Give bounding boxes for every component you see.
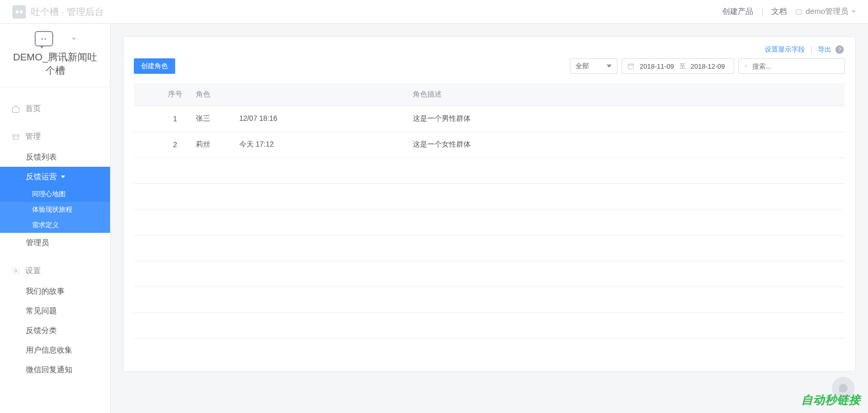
nav-feedback-list[interactable]: 反馈列表 — [0, 147, 110, 167]
nav-faq[interactable]: 常见问题 — [0, 301, 110, 321]
nav-home[interactable]: 首页 — [0, 98, 110, 119]
calendar-icon — [627, 62, 634, 70]
main-content: 设置显示字段 导出 ? 创建角色 全部 2018-11-09 — [111, 24, 868, 413]
panel-top-links: 设置显示字段 导出 ? — [765, 45, 844, 54]
project-chat-icon — [35, 31, 53, 46]
nav-manage: 管理 — [0, 125, 110, 147]
roles-table: 序号 角色 角色描述 1 张三 12/07 18:16 这是一个男性群体 — [134, 83, 845, 339]
user-menu[interactable]: demo管理员 — [795, 7, 856, 17]
table-row-empty — [134, 287, 845, 312]
logo-icon — [12, 5, 26, 19]
chevron-down-icon — [607, 65, 612, 68]
cell-desc: 这是一个男性群体 — [413, 106, 845, 132]
table-row-empty — [134, 261, 845, 287]
svg-point-1 — [798, 11, 798, 11]
table-row-empty — [134, 183, 845, 209]
topbar-brand: 吐个槽 · 管理后台 — [12, 5, 104, 19]
role-time: 12/07 18:16 — [239, 114, 277, 122]
nav-settings: 设置 — [0, 260, 110, 281]
search-input[interactable] — [752, 62, 839, 70]
nav-sub-empathy[interactable]: 同理心地图 — [0, 186, 110, 202]
nav-wechat-reply[interactable]: 微信回复通知 — [0, 360, 110, 379]
table-row-empty — [134, 235, 845, 261]
table-row[interactable]: 2 莉丝 今天 17:12 这是一个女性群体 — [134, 132, 845, 157]
date-to: 2018-12-09 — [691, 62, 725, 70]
set-fields-link[interactable]: 设置显示字段 — [765, 45, 805, 54]
role-name: 张三 — [196, 114, 227, 123]
separator: | — [762, 7, 764, 16]
divider — [811, 46, 812, 53]
svg-point-2 — [800, 11, 800, 11]
project-header: DEMO_腾讯新闻吐个槽 — [0, 24, 110, 87]
export-label: 导出 — [818, 45, 831, 53]
toolbar-filters: 全部 2018-11-09 至 2018-12-09 — [570, 58, 845, 74]
gear-icon — [11, 266, 20, 275]
nav-feedback-ops-label: 反馈运营 — [26, 172, 57, 182]
project-dropdown-icon[interactable] — [72, 38, 76, 40]
sidebar-nav: 首页 管理 反馈列表 反馈运营 同理心地图 体验现状旅程 需求定义 管理员 设置… — [0, 87, 110, 379]
create-product-link[interactable]: 创建产品 — [722, 7, 753, 17]
project-title: DEMO_腾讯新闻吐个槽 — [8, 51, 102, 77]
svg-point-3 — [14, 269, 17, 272]
chat-bubble-icon — [838, 383, 849, 394]
cell-desc: 这是一个女性群体 — [413, 132, 845, 157]
nav-user-info-collect[interactable]: 用户信息收集 — [0, 340, 110, 360]
date-separator: 至 — [679, 62, 686, 71]
user-app-icon — [795, 8, 802, 15]
floating-help-button[interactable] — [832, 377, 855, 400]
export-link[interactable]: 导出 ? — [818, 45, 844, 54]
nav-our-story[interactable]: 我们的故事 — [0, 281, 110, 301]
table-row-empty — [134, 209, 845, 235]
nav-admins[interactable]: 管理员 — [0, 233, 110, 252]
table-row[interactable]: 1 张三 12/07 18:16 这是一个男性群体 — [134, 106, 845, 132]
cell-index: 1 — [134, 106, 196, 132]
user-label: demo管理员 — [805, 7, 848, 17]
table-row-empty — [134, 312, 845, 338]
col-role: 角色 — [196, 83, 413, 106]
topbar: 吐个槽 · 管理后台 创建产品 | 文档 demo管理员 — [0, 0, 868, 24]
create-role-button[interactable]: 创建角色 — [134, 58, 175, 74]
date-from: 2018-11-09 — [640, 62, 674, 70]
nav-feedback-ops[interactable]: 反馈运营 — [0, 167, 110, 186]
chevron-down-icon — [61, 176, 65, 178]
nav-feedback-category[interactable]: 反馈分类 — [0, 321, 110, 340]
toolbar: 创建角色 全部 2018-11-09 至 2018-12-09 — [134, 58, 845, 74]
chevron-down-icon — [851, 10, 856, 13]
role-name: 莉丝 — [196, 140, 227, 149]
nav-sub-demand[interactable]: 需求定义 — [0, 217, 110, 233]
cell-role: 莉丝 今天 17:12 — [196, 132, 413, 157]
role-time: 今天 17:12 — [239, 140, 274, 148]
search-icon — [744, 62, 748, 70]
brand-text: 吐个槽 · 管理后台 — [31, 6, 104, 18]
nav-manage-label: 管理 — [25, 132, 41, 141]
col-desc: 角色描述 — [413, 83, 845, 106]
svg-rect-4 — [628, 64, 634, 69]
nav-sub-journey[interactable]: 体验现状旅程 — [0, 202, 110, 217]
filter-select[interactable]: 全部 — [570, 58, 617, 74]
sidebar: DEMO_腾讯新闻吐个槽 首页 管理 反馈列表 反馈运营 同理心地图 体验现状旅… — [0, 24, 111, 413]
table-header-row: 序号 角色 角色描述 — [134, 83, 845, 106]
content-panel: 设置显示字段 导出 ? 创建角色 全部 2018-11-09 — [123, 36, 856, 372]
cell-index: 2 — [134, 132, 196, 157]
svg-rect-0 — [796, 9, 802, 14]
nav-home-label: 首页 — [25, 104, 41, 114]
table-row-empty — [134, 157, 845, 183]
topbar-right: 创建产品 | 文档 demo管理员 — [722, 7, 856, 17]
manage-icon — [11, 132, 20, 141]
svg-point-5 — [745, 65, 747, 67]
docs-link[interactable]: 文档 — [771, 7, 787, 17]
date-range-picker[interactable]: 2018-11-09 至 2018-12-09 — [622, 58, 734, 74]
filter-select-value: 全部 — [576, 61, 589, 71]
cell-role: 张三 12/07 18:16 — [196, 106, 413, 132]
help-icon[interactable]: ? — [835, 45, 844, 54]
col-index: 序号 — [134, 83, 196, 106]
search-box[interactable] — [738, 58, 845, 74]
home-icon — [11, 104, 20, 113]
nav-settings-label: 设置 — [25, 266, 41, 276]
